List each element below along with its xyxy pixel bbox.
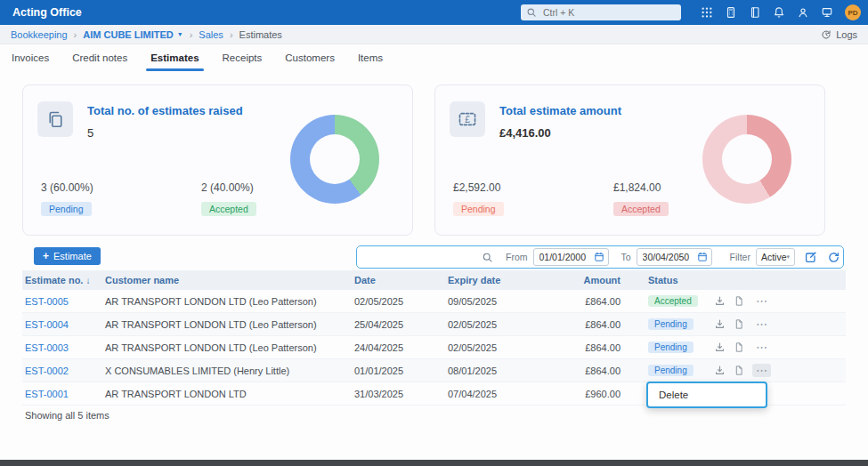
estimate-link[interactable]: EST-0001 — [25, 389, 69, 399]
card-title: Total estimate amount — [499, 103, 655, 119]
to-date-field[interactable] — [637, 248, 712, 266]
card-title: Total no. of estimates raised — [87, 103, 243, 119]
module-tabs: Invoices Credit notes Estimates Receipts… — [0, 44, 868, 71]
date-cell: 02/05/2025 — [352, 290, 445, 313]
status-badge: Pending — [648, 318, 694, 330]
header-status[interactable]: Status — [645, 270, 701, 290]
company-name: AIM CUBE LIMITED — [83, 29, 173, 40]
tab-credit-notes[interactable]: Credit notes — [61, 44, 139, 71]
more-button[interactable]: ⋯ — [752, 364, 771, 377]
stat-pending: £2,592.00 Pending — [453, 181, 504, 216]
plus-icon: + — [43, 250, 49, 262]
download-icon[interactable] — [714, 295, 726, 307]
to-date-input[interactable] — [641, 251, 694, 263]
card-value: £4,416.00 — [499, 126, 655, 140]
estimate-amount-card: £ Total estimate amount £4,416.00 £2,592… — [434, 84, 825, 236]
customer-cell: AR TRANSPORT LONDON LTD (Leo Patterson) — [102, 336, 352, 359]
from-label: From — [506, 252, 528, 262]
breadcrumb-estimates: Estimates — [239, 29, 282, 40]
estimates-count-card: Total no. of estimates raised 5 3 (60.00… — [22, 84, 413, 236]
monitor-icon[interactable] — [821, 6, 833, 19]
chevron-separator-icon: › — [74, 29, 77, 40]
breadcrumb: Bookkeeping › AIM CUBE LIMITED▼ › Sales … — [11, 29, 282, 40]
edit-icon[interactable] — [804, 250, 818, 264]
breadcrumb-company[interactable]: AIM CUBE LIMITED▼ — [83, 29, 183, 40]
estimate-link[interactable]: EST-0003 — [25, 342, 69, 353]
logs-button[interactable]: Logs — [821, 29, 857, 40]
expiry-cell: 02/05/2025 — [445, 313, 543, 336]
customer-cell: X CONSUMABLES LIMITED (Henry Little) — [102, 359, 352, 382]
amount-cell: £960.00 — [543, 382, 645, 406]
table-row[interactable]: EST-0002 X CONSUMABLES LIMITED (Henry Li… — [22, 359, 846, 382]
chevron-down-icon: ▾ — [787, 253, 791, 261]
header-customer-name[interactable]: Customer name — [102, 270, 352, 290]
stat-text: 3 (60.00%) — [41, 181, 93, 194]
table-row[interactable]: EST-0003 AR TRANSPORT LONDON LTD (Leo Pa… — [22, 336, 846, 359]
more-button[interactable]: ⋯ — [752, 317, 771, 331]
calendar-icon[interactable] — [697, 252, 708, 262]
calendar-icon[interactable] — [594, 252, 604, 262]
expiry-cell: 02/05/2025 — [445, 336, 543, 359]
download-icon[interactable] — [714, 341, 726, 353]
estimate-link[interactable]: EST-0004 — [25, 319, 69, 330]
estimate-link[interactable]: EST-0002 — [25, 366, 69, 376]
more-button[interactable]: ⋯ — [752, 294, 771, 308]
card-value: 5 — [87, 126, 243, 140]
filter-select[interactable]: Active ▾ — [756, 248, 795, 266]
tab-customers[interactable]: Customers — [273, 44, 346, 71]
date-cell: 25/04/2025 — [352, 313, 445, 336]
document-icon[interactable] — [734, 318, 744, 330]
header-estimate-no[interactable]: Estimate no.↓ — [22, 270, 102, 290]
estimate-link[interactable]: EST-0005 — [25, 296, 69, 307]
table-row[interactable]: EST-0004 AR TRANSPORT LONDON LTD (Leo Pa… — [22, 313, 846, 336]
avatar[interactable]: PD — [845, 4, 861, 20]
pound-card-icon: £ — [450, 101, 485, 137]
table-search[interactable] — [364, 251, 493, 263]
breadcrumb-sales[interactable]: Sales — [199, 29, 223, 40]
customer-cell: AR TRANSPORT LONDON LTD — [102, 382, 352, 406]
status-badge: Pending — [453, 202, 504, 216]
header-actions — [701, 270, 846, 290]
calculator-icon[interactable] — [725, 6, 737, 19]
refresh-icon[interactable] — [827, 251, 840, 264]
contact-icon[interactable] — [797, 6, 809, 19]
apps-grid-icon[interactable] — [701, 6, 713, 19]
context-menu-delete[interactable]: Delete — [648, 383, 766, 406]
book-icon[interactable] — [749, 6, 761, 19]
topbar-icons: PD — [701, 0, 861, 25]
document-icon[interactable] — [734, 365, 744, 376]
amount-donut-chart — [702, 115, 791, 204]
download-icon[interactable] — [714, 365, 726, 376]
status-badge: Pending — [648, 341, 694, 353]
tab-invoices[interactable]: Invoices — [0, 44, 61, 71]
from-date-field[interactable] — [533, 248, 609, 266]
status-badge: Accepted — [613, 202, 669, 216]
new-estimate-button[interactable]: + Estimate — [34, 247, 101, 265]
global-search-input[interactable] — [541, 6, 661, 19]
tab-items[interactable]: Items — [346, 44, 394, 71]
header-amount[interactable]: Amount — [543, 270, 645, 290]
document-icon[interactable] — [734, 295, 744, 307]
tab-estimates[interactable]: Estimates — [139, 44, 210, 71]
download-icon[interactable] — [714, 318, 726, 330]
date-cell: 01/01/2025 — [352, 359, 445, 382]
global-search[interactable] — [521, 4, 681, 20]
from-date-input[interactable] — [538, 251, 591, 263]
search-icon — [526, 7, 537, 18]
document-icon[interactable] — [734, 341, 744, 353]
chevron-separator-icon: › — [230, 29, 233, 40]
table-row[interactable]: EST-0005 AR TRANSPORT LONDON LTD (Leo Pa… — [22, 290, 846, 313]
header-date[interactable]: Date — [352, 270, 445, 290]
expiry-cell: 09/05/2025 — [445, 290, 543, 313]
header-expiry-date[interactable]: Expiry date — [445, 270, 543, 290]
amount-cell: £864.00 — [543, 313, 645, 336]
filter-label: Filter — [730, 252, 750, 262]
breadcrumb-bookkeeping[interactable]: Bookkeeping — [11, 29, 68, 40]
table-search-input[interactable] — [364, 251, 482, 263]
bell-icon[interactable] — [773, 6, 785, 19]
more-button[interactable]: ⋯ — [752, 341, 771, 354]
sort-desc-icon: ↓ — [85, 276, 90, 285]
customer-cell: AR TRANSPORT LONDON LTD (Leo Patterson) — [102, 290, 352, 313]
tab-receipts[interactable]: Receipts — [211, 44, 274, 71]
date-cell: 24/04/2025 — [352, 336, 445, 359]
